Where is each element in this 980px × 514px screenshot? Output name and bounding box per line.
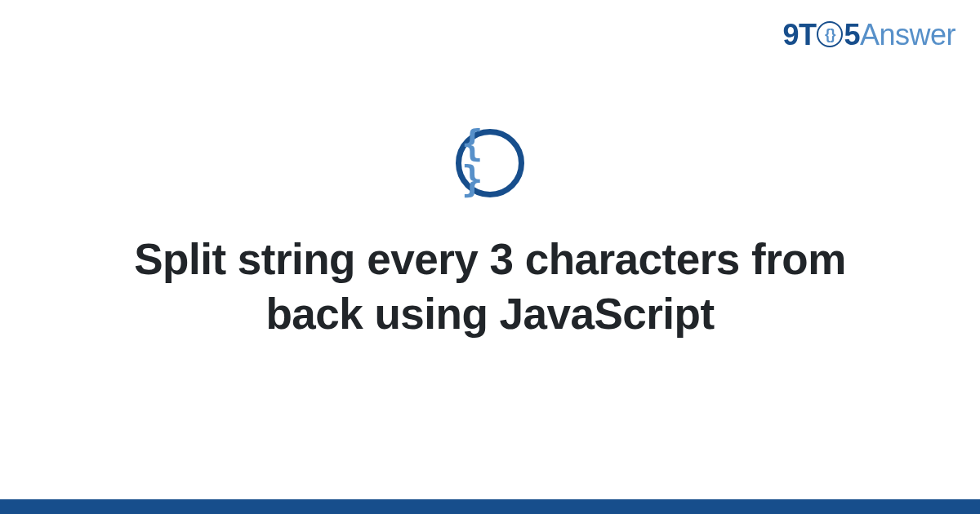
logo-circle-icon: {} — [817, 21, 843, 47]
code-braces-icon: { } — [456, 129, 524, 197]
logo-text-5: 5 — [844, 18, 860, 52]
logo-braces-glyph: {} — [825, 26, 835, 43]
page-title: Split string every 3 characters from bac… — [82, 233, 898, 342]
footer-accent-bar — [0, 499, 980, 514]
logo-text-answer: Answer — [860, 18, 956, 52]
braces-glyph: { } — [461, 126, 519, 197]
logo-text-9t: 9T — [782, 18, 816, 52]
site-logo: 9T {} 5 Answer — [782, 18, 956, 52]
